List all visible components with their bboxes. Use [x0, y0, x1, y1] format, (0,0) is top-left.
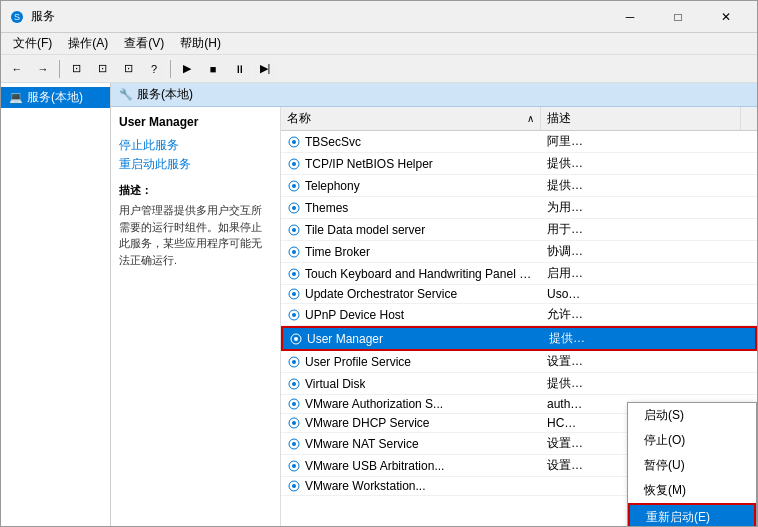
menu-view[interactable]: 查看(V): [116, 33, 172, 54]
service-row[interactable]: UPnP Device Host允许…: [281, 304, 757, 326]
context-menu-restart[interactable]: 重新启动(E): [628, 503, 756, 526]
tree-item-label: 服务(本地): [27, 89, 83, 106]
col-header-desc[interactable]: 描述: [541, 107, 741, 130]
toolbar: ← → ⊡ ⊡ ⊡ ? ▶ ■ ⏸ ▶|: [1, 55, 757, 83]
svg-point-17: [292, 292, 296, 296]
menu-action[interactable]: 操作(A): [60, 33, 116, 54]
service-row[interactable]: Telephony提供…: [281, 175, 757, 197]
tree-item-local-services[interactable]: 💻 服务(本地): [1, 87, 110, 108]
service-desc-cell: 协调…: [541, 241, 757, 262]
service-list[interactable]: 名称 ∧ 描述 TBSecSvc阿里… TCP/IP NetBIOS Helpe…: [281, 107, 757, 526]
service-row[interactable]: Time Broker协调…: [281, 241, 757, 263]
col-header-name[interactable]: 名称 ∧: [281, 107, 541, 130]
service-icon: [287, 287, 301, 301]
left-panel: 💻 服务(本地): [1, 83, 111, 526]
minimize-button[interactable]: ─: [607, 1, 653, 33]
service-row[interactable]: Update Orchestrator ServiceUso…: [281, 285, 757, 304]
toolbar-restart[interactable]: ▶|: [253, 58, 277, 80]
service-row[interactable]: Touch Keyboard and Handwriting Panel Ser…: [281, 263, 757, 285]
svg-point-29: [292, 421, 296, 425]
svg-point-27: [292, 402, 296, 406]
toolbar-btn-2[interactable]: ⊡: [90, 58, 114, 80]
info-desc-title: 描述：: [119, 183, 272, 198]
toolbar-btn-1[interactable]: ⊡: [64, 58, 88, 80]
service-name-text: TCP/IP NetBIOS Helper: [305, 157, 433, 171]
service-row[interactable]: User Profile Service设置…: [281, 351, 757, 373]
service-row[interactable]: TBSecSvc阿里…: [281, 131, 757, 153]
service-desc-cell: 阿里…: [541, 131, 757, 152]
service-icon: [287, 355, 301, 369]
toolbar-stop[interactable]: ■: [201, 58, 225, 80]
service-name-text: Tile Data model server: [305, 223, 425, 237]
service-row[interactable]: Virtual Disk提供…: [281, 373, 757, 395]
restart-service-link[interactable]: 重启动此服务: [119, 156, 272, 173]
toolbar-btn-4[interactable]: ?: [142, 58, 166, 80]
center-panel: 🔧 服务(本地) User Manager 停止此服务 重启动此服务 描述： 用…: [111, 83, 757, 526]
info-panel: User Manager 停止此服务 重启动此服务 描述： 用户管理器提供多用户…: [111, 107, 281, 526]
svg-point-3: [292, 140, 296, 144]
menu-file[interactable]: 文件(F): [5, 33, 60, 54]
service-icon: [287, 308, 301, 322]
service-row[interactable]: Tile Data model server用于…: [281, 219, 757, 241]
context-menu: 启动(S) 停止(O) 暂停(U) 恢复(M) 重新启动(E): [627, 402, 757, 526]
svg-point-11: [292, 228, 296, 232]
context-menu-pause[interactable]: 暂停(U): [628, 453, 756, 478]
menu-bar: 文件(F) 操作(A) 查看(V) 帮助(H): [1, 33, 757, 55]
service-desc-cell: 启用…: [541, 263, 757, 284]
service-name-cell: VMware Workstation...: [281, 477, 541, 495]
svg-point-21: [294, 337, 298, 341]
toolbar-pause[interactable]: ⏸: [227, 58, 251, 80]
service-icon: [287, 437, 301, 451]
close-button[interactable]: ✕: [703, 1, 749, 33]
service-name-text: TBSecSvc: [305, 135, 361, 149]
service-name-cell: Themes: [281, 199, 541, 217]
service-row[interactable]: Themes为用…: [281, 197, 757, 219]
content-area: User Manager 停止此服务 重启动此服务 描述： 用户管理器提供多用户…: [111, 107, 757, 526]
toolbar-back[interactable]: ←: [5, 58, 29, 80]
service-desc-cell: 提供…: [541, 153, 757, 174]
service-name-cell: VMware NAT Service: [281, 435, 541, 453]
service-icon: [287, 245, 301, 259]
toolbar-play[interactable]: ▶: [175, 58, 199, 80]
service-row[interactable]: User Manager提供…: [281, 326, 757, 351]
service-name-text: Time Broker: [305, 245, 370, 259]
center-header-text: 服务(本地): [137, 86, 193, 103]
context-menu-resume[interactable]: 恢复(M): [628, 478, 756, 503]
toolbar-separator-2: [170, 60, 171, 78]
toolbar-btn-3[interactable]: ⊡: [116, 58, 140, 80]
service-name-text: Themes: [305, 201, 348, 215]
service-name-text: VMware Workstation...: [305, 479, 425, 493]
service-name-text: VMware NAT Service: [305, 437, 419, 451]
center-header-icon: 🔧: [119, 88, 133, 101]
service-name-cell: VMware DHCP Service: [281, 414, 541, 432]
maximize-button[interactable]: □: [655, 1, 701, 33]
service-name-cell: Virtual Disk: [281, 375, 541, 393]
svg-point-31: [292, 442, 296, 446]
service-icon: [287, 377, 301, 391]
svg-point-33: [292, 464, 296, 468]
info-description-section: 描述： 用户管理器提供多用户交互所需要的运行时组件。如果停止此服务，某些应用程序…: [119, 183, 272, 268]
svg-point-23: [292, 360, 296, 364]
context-menu-start[interactable]: 启动(S): [628, 403, 756, 428]
service-name-cell: VMware Authorization S...: [281, 395, 541, 413]
info-desc-text: 用户管理器提供多用户交互所需要的运行时组件。如果停止此服务，某些应用程序可能无法…: [119, 202, 272, 268]
svg-point-7: [292, 184, 296, 188]
title-bar: S 服务 ─ □ ✕: [1, 1, 757, 33]
app-icon: S: [9, 9, 25, 25]
service-row[interactable]: TCP/IP NetBIOS Helper提供…: [281, 153, 757, 175]
context-menu-stop[interactable]: 停止(O): [628, 428, 756, 453]
service-name-text: VMware DHCP Service: [305, 416, 429, 430]
center-header: 🔧 服务(本地): [111, 83, 757, 107]
service-desc-cell: 提供…: [543, 328, 755, 349]
service-name-cell: Telephony: [281, 177, 541, 195]
toolbar-forward[interactable]: →: [31, 58, 55, 80]
svg-point-35: [292, 484, 296, 488]
stop-service-link[interactable]: 停止此服务: [119, 137, 272, 154]
main-content: 💻 服务(本地) 🔧 服务(本地) User Manager 停止此服务 重启动…: [1, 83, 757, 526]
header-scroll-spacer: [741, 107, 757, 130]
menu-help[interactable]: 帮助(H): [172, 33, 229, 54]
service-name-cell: User Profile Service: [281, 353, 541, 371]
svg-point-5: [292, 162, 296, 166]
svg-point-19: [292, 313, 296, 317]
service-name-text: User Manager: [307, 332, 383, 346]
